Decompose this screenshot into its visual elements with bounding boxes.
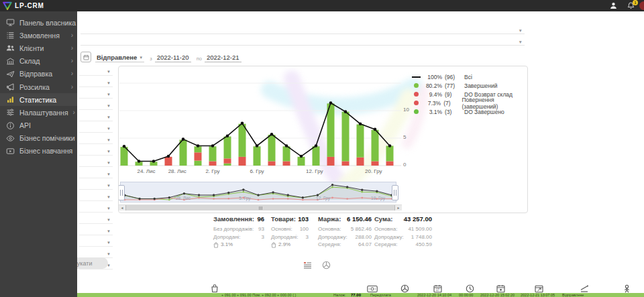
chevron-right-icon: › (71, 58, 73, 64)
user-icon[interactable] (609, 2, 617, 10)
table-row-fragment: + 091.00 + 091.00 Пом. + 092.00 + 000.00… (221, 293, 296, 297)
table-row-fragment: 77.00 (351, 293, 361, 297)
sidebar-item-label: Панель власника (19, 19, 76, 27)
mini-filter-select-9[interactable]: ▼ (79, 155, 113, 167)
chevron-down-icon: ▼ (107, 93, 111, 97)
x-axis-tick: 20. Гру (365, 168, 382, 174)
chevron-down-icon: ▼ (107, 241, 111, 245)
bar-segment-green (180, 139, 187, 166)
scroll-left-arrow-icon[interactable]: ◄ (119, 205, 125, 211)
shipping-icon (5, 69, 15, 78)
sidebar-item-warehouse[interactable]: Склад› (0, 55, 77, 68)
legend-item-0[interactable]: 100%(96)Всі (411, 72, 527, 81)
notifications-bell-icon[interactable]: 1 (627, 2, 635, 10)
mini-filter-select-3[interactable]: ▼ (79, 86, 113, 99)
mini-filter-select-12[interactable]: ▼ (79, 189, 113, 201)
mini-filter-select-6[interactable]: ▼ (79, 121, 113, 133)
sidebar-item-business-training[interactable]: Бізнес навчання (0, 145, 77, 158)
table-view-icon[interactable] (303, 260, 312, 269)
table-row-fragment: 2022-12-20 15:02:20 (480, 293, 515, 297)
stat-subrow: Допродажу:288.00 (318, 233, 372, 241)
x-axis-tick: 28. Лис (168, 168, 186, 174)
navigator-left-handle[interactable] (118, 185, 125, 200)
mini-filter-select-11[interactable]: ▼ (79, 178, 113, 190)
orders-bar-line-chart[interactable]: 24. Лис28. Лис2. Гру6. Гру12. Гру20. Гру (119, 68, 401, 175)
table-first-row-clipped[interactable]: + 091.00 + 091.00 Пом. + 092.00 + 000.00… (77, 293, 644, 297)
bar-segment-red (357, 158, 364, 166)
sidebar-item-business-helpers[interactable]: Бізнес помічники (0, 132, 77, 145)
settings-icon (5, 108, 15, 117)
filter-select-secondary[interactable]: ▼ (80, 34, 525, 46)
mini-filter-select-1[interactable]: ▼ (79, 64, 113, 76)
upsell-percent-badge: 2.9% (271, 241, 309, 249)
bar-segment-green (342, 112, 350, 162)
topbar: LP-CRM 1 (0, 0, 644, 11)
legend-lab: DO Завершено (464, 109, 504, 115)
products-view-icon[interactable] (322, 260, 331, 269)
sidebar-item-clients[interactable]: Клієнти› (0, 42, 77, 54)
sidebar-item-settings[interactable]: Налаштування› (0, 106, 77, 119)
bar-segment-green (268, 135, 276, 161)
navigator-right-handle[interactable] (392, 185, 398, 200)
bar-segment-green (224, 164, 231, 166)
legend-item-3[interactable]: 7.3%(7)Повернення (завершений) (411, 99, 527, 107)
total-line-point (211, 144, 215, 147)
mini-filter-select-15[interactable]: ▼ (79, 223, 113, 235)
filter-select-primary[interactable]: ▼ (80, 17, 525, 34)
chart-legend: 100%(96)Всі80.2%(77)Завершений9.4%(9)DO … (411, 72, 527, 116)
chevron-right-icon: › (73, 109, 75, 116)
mini-filter-select-8[interactable]: ▼ (79, 143, 113, 156)
date-to-input[interactable]: 2022-12-21 (205, 54, 241, 62)
chevron-right-icon: › (71, 70, 73, 77)
chart-horizontal-scrollbar[interactable]: ◄ ► (119, 204, 402, 211)
chart-range-navigator[interactable]: 28. Лис5. Гру12. Гру19. Гру (120, 182, 396, 202)
chevron-down-icon: ▼ (107, 104, 111, 108)
mini-filter-select-7[interactable]: ▼ (79, 132, 113, 144)
scroll-right-arrow-icon[interactable]: ► (395, 205, 402, 211)
dashboard-icon (5, 18, 15, 27)
date-from-input[interactable]: 2022-11-20 (155, 54, 191, 62)
chevron-down-icon: ▼ (107, 252, 111, 256)
bar-segment-green (298, 157, 305, 166)
mini-filter-select-17[interactable]: ▼ (79, 246, 113, 258)
avatar[interactable] (639, 1, 644, 10)
legend-cnt: (9) (445, 91, 462, 98)
legend-cnt: (7) (443, 100, 459, 107)
mini-filter-select-13[interactable]: ▼ (79, 200, 113, 213)
stat-column-0: Замовлення:96Без допродажів:93Допродані:… (213, 215, 264, 249)
mini-filter-select-5[interactable]: ▼ (79, 109, 113, 121)
logo-triangle-icon (3, 1, 12, 11)
stat-subrow: Середня:64.07 (318, 241, 372, 249)
mini-filter-select-14[interactable]: ▼ (79, 212, 113, 224)
date-type-select[interactable]: Відправлене ▼ (95, 54, 144, 62)
sidebar: Панель власникаЗамовлення›Клієнти›Склад›… (0, 11, 77, 297)
table-row-fragment: 00:00:00 (459, 293, 473, 297)
sidebar-item-mailing[interactable]: Розсилка› (0, 80, 77, 93)
legend-dot-marker (411, 101, 421, 105)
chevron-down-icon: ▼ (107, 172, 111, 176)
mini-filter-select-4[interactable]: ▼ (79, 98, 113, 110)
bar-segment-green (313, 146, 320, 166)
chevron-down-icon: ▼ (107, 229, 111, 233)
orders-chart-card: 24. Лис28. Лис2. Гру6. Гру12. Гру20. Гру… (118, 66, 528, 213)
mailing-icon (5, 82, 15, 92)
sidebar-item-orders[interactable]: Замовлення› (0, 29, 77, 42)
mini-filter-select-16[interactable]: ▼ (79, 235, 113, 247)
lp-crm-logo[interactable]: LP-CRM (3, 1, 44, 11)
scrollbar-thumb[interactable] (125, 205, 395, 211)
bar-segment-green (224, 137, 231, 159)
calendar-picker-button[interactable] (80, 52, 91, 62)
chevron-down-icon: ▼ (107, 184, 111, 188)
bar-segment-red (283, 161, 290, 166)
sidebar-item-owner-panel[interactable]: Панель власника (0, 16, 77, 29)
sidebar-item-statistics[interactable]: Статистика (0, 93, 77, 106)
bar-segment-green (239, 124, 246, 157)
mini-filter-select-10[interactable]: ▼ (79, 166, 113, 178)
bar-segment-red (209, 161, 217, 166)
legend-item-1[interactable]: 80.2%(77)Завершений (411, 81, 527, 90)
sidebar-item-shipping[interactable]: Відправка› (0, 68, 77, 80)
mini-filter-select-2[interactable]: ▼ (79, 75, 113, 87)
calendar-icon: 17 (433, 284, 442, 292)
chevron-down-icon: ▼ (107, 81, 111, 85)
sidebar-item-api[interactable]: API (0, 119, 77, 132)
